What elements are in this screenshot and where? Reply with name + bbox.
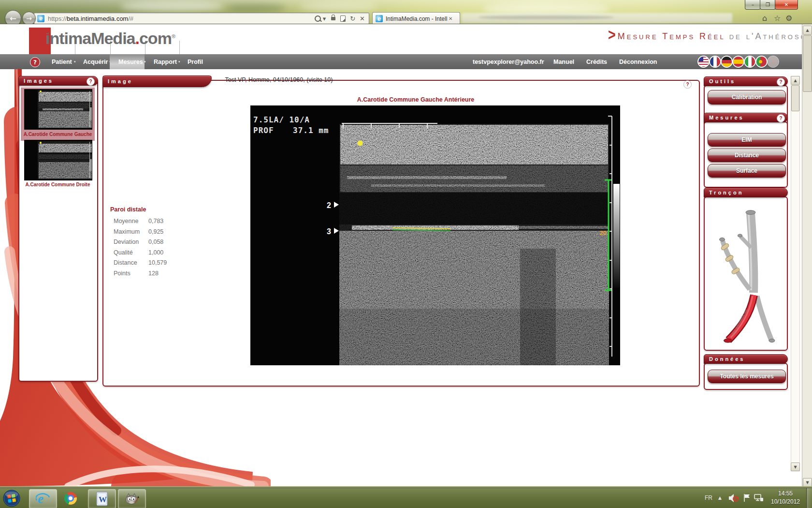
nav-item-acquerir[interactable]: Acquérir (83, 54, 108, 69)
ultrasound-speckle (339, 105, 620, 365)
ultrasound-image[interactable]: 7.5LA/ 10/A PROF 37.1 mm 2 3 (250, 105, 620, 365)
svg-text:3: 3 (327, 227, 331, 236)
nav-item-rapport[interactable]: Rapport (154, 54, 177, 69)
minimize-button[interactable]: – (745, 0, 761, 10)
data-panel-header: Données (704, 354, 788, 364)
taskbar-chrome-button[interactable] (64, 492, 77, 505)
nav-link-deconnexion[interactable]: Déconnexion (619, 54, 657, 69)
nav-link-manuel[interactable]: Manuel (553, 54, 574, 69)
browser-scrollbar-thumb[interactable] (803, 35, 812, 92)
measures-panel-title: Mesures (709, 115, 744, 120)
maximize-button[interactable]: ❐ (760, 0, 776, 10)
measure-value: 0,783 (148, 218, 163, 224)
nav-item-mesures[interactable]: Mesures (118, 54, 143, 69)
surface-button[interactable]: Surface (708, 164, 786, 178)
close-button[interactable]: ✕ (775, 0, 798, 10)
nav-divider-line (179, 41, 180, 54)
content-scrollbar-thumb[interactable] (791, 85, 799, 111)
main-navigation: ? Patient • Acquérir • Mesures • Rapport… (0, 54, 802, 69)
volume-muted-icon[interactable] (729, 494, 739, 502)
distance-button[interactable]: Distance (708, 149, 786, 162)
eim-button[interactable]: EIM (708, 133, 786, 147)
background-window-blur (227, 3, 285, 12)
logo-dot: . (135, 29, 139, 47)
background-window-blur (478, 15, 614, 19)
search-icon[interactable] (315, 15, 321, 22)
tray-language-indicator[interactable]: FR (705, 494, 712, 501)
registered-mark: ® (172, 33, 175, 39)
measurements-table: Moyenne0,783 Maximum0,925 Deviation0,058… (114, 216, 167, 279)
url-scheme: https:// (48, 15, 67, 22)
help-icon[interactable]: ? (87, 77, 95, 86)
tray-clock[interactable]: 14:55 10/10/2012 (768, 490, 803, 506)
troncon-panel-title: Tronçon (709, 190, 743, 195)
flag-it-icon[interactable] (744, 56, 756, 68)
browser-tab[interactable]: e IntimaMedia.com - Intellig... ✕ (372, 12, 460, 24)
help-icon[interactable]: ? (30, 57, 40, 67)
flag-fr-icon[interactable] (709, 56, 721, 68)
network-icon[interactable] (754, 494, 764, 502)
thumbnail-label[interactable]: A.Carotide Commune Gauche (21, 132, 95, 137)
scroll-up-button[interactable]: ▲ (791, 76, 800, 85)
home-icon[interactable]: ⌂ (762, 14, 767, 23)
flag-de-icon[interactable] (721, 56, 733, 68)
user-email: testvpexplorer@yahoo.fr (473, 54, 544, 69)
url-domain: beta.intimamedia.com (67, 15, 128, 22)
help-icon[interactable]: ? (777, 78, 785, 86)
measure-value: 128 (148, 270, 159, 277)
scale-value-label: 20 (600, 229, 607, 237)
browser-scrollbar-track[interactable] (802, 24, 812, 488)
help-icon[interactable]: ? (683, 80, 692, 89)
favorites-star-icon[interactable]: ☆ (774, 14, 781, 23)
image-panel-title: Image (108, 78, 133, 84)
action-center-flag-icon[interactable] (743, 493, 751, 502)
start-button[interactable] (3, 490, 20, 507)
nav-separator: • (74, 54, 76, 69)
browser-scroll-up-button[interactable]: ▲ (803, 26, 812, 35)
measures-panel-header: Mesures ? (704, 113, 788, 122)
all-measures-button[interactable]: Toutes les mesures (708, 370, 786, 383)
forward-button[interactable]: → (22, 12, 36, 24)
taskbar-ie-button[interactable]: e (29, 489, 57, 508)
chevron-down-icon[interactable]: ▾ (323, 15, 326, 22)
measure-value: 10,579 (148, 259, 167, 266)
yellow-marker-dot[interactable] (358, 141, 363, 146)
flag-es-icon[interactable] (732, 56, 744, 68)
data-panel-title: Données (709, 356, 745, 362)
ie-favicon: e (376, 15, 383, 22)
compatibility-view-icon[interactable] (340, 15, 346, 22)
nav-item-profil[interactable]: Profil (188, 54, 203, 69)
depth-label-text: PROF (253, 126, 274, 135)
measure-label: Distance (114, 258, 148, 269)
flag-pt-icon[interactable] (755, 56, 768, 68)
flag-empty-icon[interactable] (767, 56, 779, 68)
measure-row: Qualité1,000 (114, 248, 167, 258)
images-panel-header: Images ? (18, 76, 98, 86)
thumbnail-label[interactable]: A.Carotide Commune Droite (21, 182, 95, 187)
troncon-panel-header: Tronçon (704, 188, 788, 197)
calibration-button[interactable]: Calibration (708, 90, 786, 105)
refresh-icon[interactable]: ↻ (350, 15, 355, 22)
tab-close-icon[interactable]: ✕ (449, 16, 452, 21)
back-button[interactable]: ← (5, 10, 21, 24)
thumbnail-carotide-droite[interactable] (24, 140, 92, 180)
probe-settings-text: 7.5LA/ 10/A (253, 115, 310, 124)
flag-us-icon[interactable] (697, 56, 710, 68)
nav-link-credits[interactable]: Crédits (586, 54, 607, 69)
help-icon[interactable]: ? (777, 114, 785, 122)
tray-expand-icon[interactable]: ▲ (718, 495, 722, 500)
scroll-down-button[interactable]: ▼ (791, 463, 800, 471)
content-scrollbar-track[interactable] (791, 76, 800, 471)
artery-diagram[interactable]: © 2011 IntimaMedia.com (707, 198, 784, 346)
taskbar-word-button[interactable]: W (88, 489, 116, 508)
address-bar[interactable]: e https://beta.intimamedia.com/# ▾ ↻ ✕ (34, 13, 369, 24)
thumbnail-carotide-gauche[interactable] (24, 89, 92, 130)
taskbar-gimp-button[interactable] (118, 489, 146, 508)
stop-icon[interactable]: ✕ (360, 15, 365, 22)
measure-row: Maximum0,925 (114, 227, 167, 238)
show-desktop-button[interactable] (806, 488, 812, 508)
tray-time: 14:55 (768, 490, 803, 498)
measure-value: 0,925 (148, 228, 163, 235)
nav-item-patient[interactable]: Patient (52, 54, 72, 69)
settings-gear-icon[interactable]: ⚙ (785, 14, 792, 23)
